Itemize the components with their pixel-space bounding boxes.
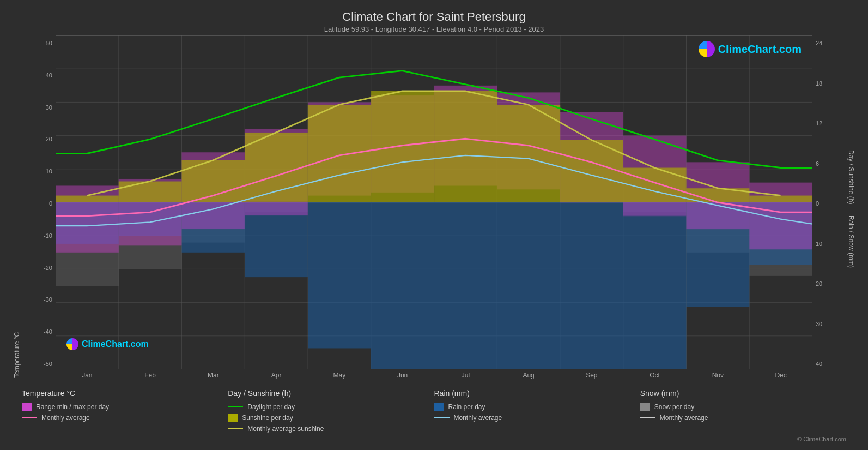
chart-subtitle: Latitude 59.93 - Longitude 30.417 - Elev… <box>11 25 857 33</box>
legend-item-sunshine-avg: Monthly average sunshine <box>228 425 434 433</box>
legend-label-rain-avg: Monthly average <box>454 414 502 422</box>
legend-item-rain-avg: Monthly average <box>434 414 640 422</box>
svg-rect-55 <box>56 196 119 202</box>
y-axis-label-right2: Rain / Snow (mm) <box>845 211 857 272</box>
month-aug: Aug <box>497 371 560 382</box>
legend-swatch-temp-range <box>22 403 32 411</box>
legend-title-sunshine: Day / Sunshine (h) <box>228 389 434 398</box>
svg-rect-66 <box>749 196 812 202</box>
svg-rect-40 <box>623 202 687 369</box>
month-oct: Oct <box>623 371 687 382</box>
y-axis-right: 24 18 12 6 0 10 20 30 40 <box>812 35 845 382</box>
legend-title-rain: Rain (mm) <box>434 389 640 398</box>
svg-rect-39 <box>560 202 623 369</box>
month-jun: Jun <box>371 371 434 382</box>
header: Climate Chart for Saint Petersburg Latit… <box>11 5 857 35</box>
svg-rect-36 <box>371 202 434 369</box>
main-container: Climate Chart for Saint Petersburg Latit… <box>0 0 868 450</box>
legend-label-rain: Rain per day <box>448 403 485 411</box>
y-axis-label-right1: Day / Sunshine (h) <box>845 146 857 208</box>
legend-label-snow-avg: Monthly average <box>660 414 708 422</box>
y-axis-left: 50 40 30 20 10 0 -10 -20 -30 -40 -50 <box>23 35 56 382</box>
svg-rect-59 <box>308 105 371 202</box>
copyright: © ClimeChart.com <box>11 436 857 445</box>
legend-item-temp-avg: Monthly average <box>22 414 228 422</box>
chart-with-labels: Temperature °C 50 40 30 20 10 0 -10 -20 … <box>11 35 857 382</box>
legend-swatch-snow <box>640 403 650 411</box>
month-dec: Dec <box>749 371 812 382</box>
legend-item-sunshine: Sunshine per day <box>228 414 434 422</box>
month-sep: Sep <box>560 371 623 382</box>
chart-inner: ClimeChart.com ClimeChart.com <box>56 35 812 382</box>
logo-top <box>699 41 715 57</box>
svg-rect-37 <box>434 202 497 369</box>
watermark-bottom-text: ClimeChart.com <box>82 339 149 349</box>
legend-item-snow: Snow per day <box>640 403 846 411</box>
legend-area: Temperature °C Range min / max per day M… <box>11 382 857 436</box>
legend-group-rain: Rain (mm) Rain per day Monthly average <box>434 389 640 433</box>
month-nov: Nov <box>687 371 750 382</box>
legend-swatch-sunshine <box>228 414 238 422</box>
watermark-top-text: ClimeChart.com <box>718 43 802 56</box>
legend-line-daylight <box>228 406 243 407</box>
legend-label-snow: Snow per day <box>654 403 694 411</box>
legend-line-snow-avg <box>640 417 655 418</box>
legend-label-sunshine-avg: Monthly average sunshine <box>247 425 324 433</box>
chart-title: Climate Chart for Saint Petersburg <box>11 10 857 24</box>
legend-group-snow: Snow (mm) Snow per day Monthly average <box>640 389 846 433</box>
legend-item-rain: Rain per day <box>434 403 640 411</box>
month-may: May <box>308 371 371 382</box>
legend-label-daylight: Daylight per day <box>247 403 295 411</box>
legend-title-snow: Snow (mm) <box>640 389 846 398</box>
x-axis: Jan Feb Mar Apr May Jun Jul Aug Sep Oct … <box>56 369 812 382</box>
legend-line-rain-avg <box>434 417 450 418</box>
svg-rect-35 <box>308 202 371 348</box>
main-chart-svg <box>56 35 812 369</box>
svg-rect-56 <box>119 181 182 202</box>
month-jan: Jan <box>56 371 119 382</box>
legend-item-temp-range: Range min / max per day <box>22 403 228 411</box>
month-apr: Apr <box>245 371 308 382</box>
y-axis-right-labels: Day / Sunshine (h) Rain / Snow (mm) <box>845 35 857 382</box>
legend-label-sunshine: Sunshine per day <box>242 414 293 422</box>
month-mar: Mar <box>182 371 245 382</box>
legend-item-snow-avg: Monthly average <box>640 414 846 422</box>
legend-line-temp-avg <box>22 417 37 418</box>
watermark-bottom: ClimeChart.com <box>66 338 149 350</box>
legend-label-temp-avg: Monthly average <box>41 414 90 422</box>
legend-line-sunshine-avg <box>228 428 243 429</box>
month-feb: Feb <box>119 371 182 382</box>
svg-rect-60 <box>371 91 434 202</box>
legend-group-sunshine: Day / Sunshine (h) Daylight per day Suns… <box>228 389 434 433</box>
watermark-top: ClimeChart.com <box>699 41 802 57</box>
legend-item-daylight: Daylight per day <box>228 403 434 411</box>
svg-rect-61 <box>434 91 497 202</box>
legend-title-temperature: Temperature °C <box>22 389 228 398</box>
svg-rect-62 <box>497 105 560 202</box>
logo-bottom <box>66 338 78 350</box>
y-axis-label-left: Temperature °C <box>11 35 23 382</box>
legend-group-temperature: Temperature °C Range min / max per day M… <box>22 389 228 433</box>
month-jul: Jul <box>434 371 497 382</box>
legend-label-temp-range: Range min / max per day <box>36 403 109 411</box>
svg-rect-38 <box>497 202 560 369</box>
legend-swatch-rain <box>434 403 444 411</box>
chart-svg-container: ClimeChart.com ClimeChart.com <box>56 35 812 369</box>
